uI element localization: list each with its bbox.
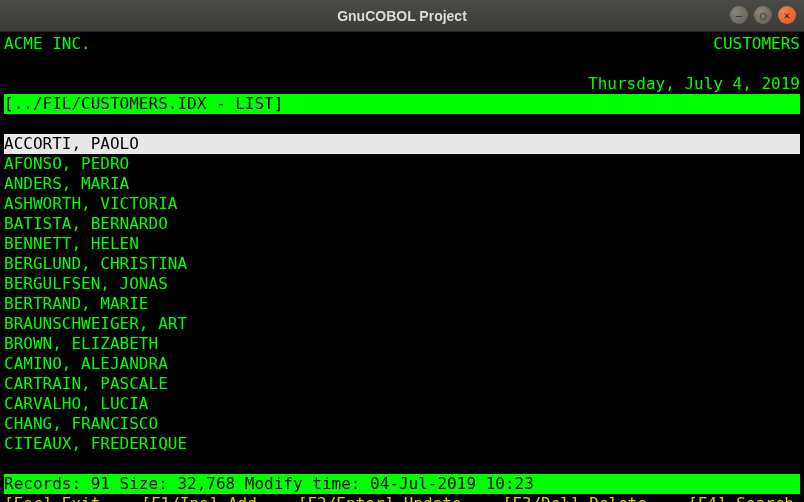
path-bar: [../FIL/CUSTOMERS.IDX - LIST] xyxy=(4,94,800,114)
date-label: Thursday, July 4, 2019 xyxy=(588,74,800,94)
list-item[interactable]: BRAUNSCHWEIGER, ART xyxy=(4,314,800,334)
hotkey-bar: [Esc] Exit[F1/Ins] Add[F2/Enter] Update[… xyxy=(4,494,800,502)
records-list[interactable]: ACCORTI, PAOLOAFONSO, PEDROANDERS, MARIA… xyxy=(4,134,800,454)
window-controls: – ◯ ✕ xyxy=(730,6,796,24)
maximize-icon[interactable]: ◯ xyxy=(754,6,772,24)
terminal-screen: ACME INC. CUSTOMERS Thursday, July 4, 20… xyxy=(0,32,804,502)
list-item[interactable]: CITEAUX, FREDERIQUE xyxy=(4,434,800,454)
date-row: Thursday, July 4, 2019 xyxy=(4,74,800,94)
list-item[interactable]: ASHWORTH, VICTORIA xyxy=(4,194,800,214)
hotkey-1[interactable]: [F1/Ins] Add xyxy=(141,494,257,502)
list-item[interactable]: AFONSO, PEDRO xyxy=(4,154,800,174)
blank-row xyxy=(4,54,800,74)
company-name: ACME INC. xyxy=(4,34,91,54)
list-item[interactable]: CARVALHO, LUCIA xyxy=(4,394,800,414)
hotkey-2[interactable]: [F2/Enter] Update xyxy=(298,494,462,502)
blank-row xyxy=(4,454,800,474)
file-path-label: [../FIL/CUSTOMERS.IDX - LIST] xyxy=(4,94,283,114)
list-item[interactable]: ACCORTI, PAOLO xyxy=(4,134,800,154)
close-icon[interactable]: ✕ xyxy=(778,6,796,24)
minimize-icon[interactable]: – xyxy=(730,6,748,24)
list-item[interactable]: BERGULFSEN, JONAS xyxy=(4,274,800,294)
list-item[interactable]: CAMINO, ALEJANDRA xyxy=(4,354,800,374)
list-item[interactable]: BATISTA, BERNARDO xyxy=(4,214,800,234)
list-item[interactable]: BERTRAND, MARIE xyxy=(4,294,800,314)
app-header: ACME INC. CUSTOMERS xyxy=(4,34,800,54)
status-text: Records: 91 Size: 32,768 Modify time: 04… xyxy=(4,474,534,494)
list-item[interactable]: BENNETT, HELEN xyxy=(4,234,800,254)
list-item[interactable]: CHANG, FRANCISCO xyxy=(4,414,800,434)
window-title: GnuCOBOL Project xyxy=(337,8,467,24)
hotkey-4[interactable]: [F4] Search xyxy=(688,494,794,502)
list-item[interactable]: BROWN, ELIZABETH xyxy=(4,334,800,354)
window-titlebar: GnuCOBOL Project – ◯ ✕ xyxy=(0,0,804,32)
hotkey-0[interactable]: [Esc] Exit xyxy=(4,494,100,502)
list-item[interactable]: BERGLUND, CHRISTINA xyxy=(4,254,800,274)
list-item[interactable]: CARTRAIN, PASCALE xyxy=(4,374,800,394)
screen-title: CUSTOMERS xyxy=(713,34,800,54)
hotkey-3[interactable]: [F3/Del] Delete xyxy=(503,494,648,502)
status-bar: Records: 91 Size: 32,768 Modify time: 04… xyxy=(4,474,800,494)
blank-row xyxy=(4,114,800,134)
list-item[interactable]: ANDERS, MARIA xyxy=(4,174,800,194)
